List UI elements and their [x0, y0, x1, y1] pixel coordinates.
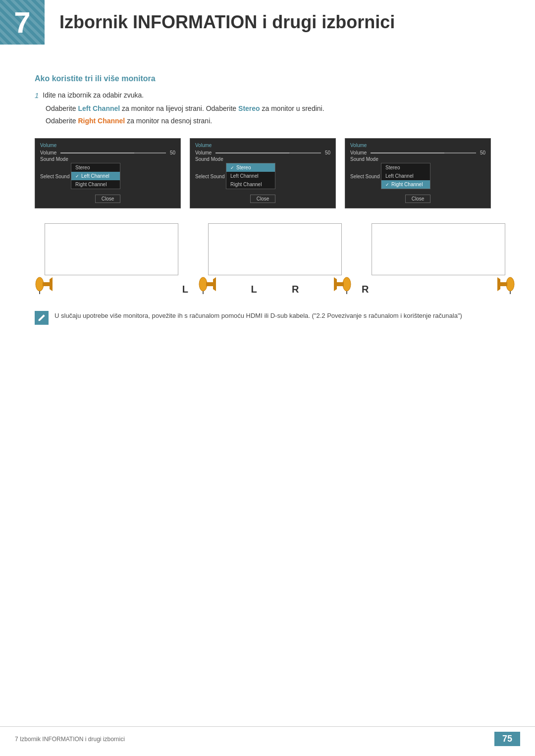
svg-rect-16: [500, 282, 507, 286]
diag-label-R2: R: [292, 284, 299, 295]
ms-close-btn-1[interactable]: Close: [95, 195, 121, 203]
ms-volume-label-3: Volume: [350, 143, 485, 148]
monitor-screenshot-left: Volume Volume 50 Sound Mode Select Sound…: [35, 138, 181, 208]
step-1-line: 1 Idite na izbornik za odabir zvuka.: [35, 91, 500, 100]
highlight-stereo: Stereo: [238, 104, 260, 112]
ms-option-rightchannel-2: Right Channel: [226, 180, 275, 189]
ms-close-btn-2[interactable]: Close: [250, 195, 276, 203]
ms-select-sound-1: Select Sound: [40, 174, 70, 179]
page-header: 7 Izbornik INFORMATION i drugi izbornici: [0, 0, 535, 45]
svg-marker-7: [213, 277, 216, 291]
ms-volume-row-3: Volume 50: [350, 150, 485, 155]
ms-volume-value-2: 50: [325, 150, 330, 155]
footer-chapter-text: 7 Izbornik INFORMATION i drugi izbornici: [15, 736, 125, 743]
speaker-right-3: [497, 274, 515, 296]
highlight-right-channel: Right Channel: [78, 117, 125, 125]
svg-rect-6: [206, 282, 213, 286]
ms-close-btn-3[interactable]: Close: [405, 195, 431, 203]
diagram-3: R: [362, 223, 515, 296]
step-number: 1: [35, 91, 39, 100]
monitor-screenshot-right: Volume Volume 50 Sound Mode Select Sound…: [345, 138, 491, 208]
speaker-left-2: [198, 274, 216, 296]
step-1-detail-1: Odaberite Left Channel za monitor na lij…: [46, 103, 500, 114]
ms-dropdown-2: ✓ Stereo Left Channel Right Channel: [226, 163, 275, 189]
ms-sound-mode-row-1: Sound Mode: [40, 156, 175, 162]
svg-point-10: [343, 277, 351, 291]
step-1-text: Idite na izbornik za odabir zvuka.: [43, 91, 144, 99]
ms-option-leftchannel-3: Left Channel: [381, 172, 430, 180]
diagram-2: L R: [198, 223, 352, 296]
ms-option-stereo-3: Stereo: [381, 163, 430, 172]
ms-volume-text-2: Volume: [195, 150, 212, 155]
ms-select-sound-row-3: Select Sound Stereo Left Channel ✓ Right…: [350, 163, 485, 190]
svg-marker-17: [497, 277, 500, 291]
section-heading: Ako koristite tri ili više monitora: [35, 74, 500, 83]
svg-point-0: [36, 277, 44, 291]
highlight-left-channel: Left Channel: [78, 104, 120, 112]
ms-volume-text-1: Volume: [40, 150, 56, 155]
ms-volume-value-1: 50: [170, 150, 175, 155]
svg-marker-2: [50, 277, 53, 291]
ms-close-area-3: Close: [350, 191, 485, 203]
diag-speakers-3: R: [362, 274, 515, 296]
ms-option-stereo-1: Stereo: [71, 163, 120, 172]
note-text: U slučaju upotrebe više monitora, poveži…: [54, 311, 462, 321]
svg-point-15: [506, 277, 514, 291]
chapter-number: 7: [14, 5, 30, 40]
check-icon-3: ✓: [385, 182, 389, 187]
chapter-number-block: 7: [0, 0, 45, 45]
ms-close-area-2: Close: [195, 191, 330, 203]
diag-screen-2: [208, 223, 342, 275]
diag-label-R3: R: [362, 284, 369, 295]
ms-sound-mode-3: Sound Mode: [350, 156, 378, 162]
chapter-title-area: Izbornik INFORMATION i drugi izbornici: [45, 0, 410, 45]
svg-rect-11: [337, 282, 344, 286]
ms-volume-label-2: Volume: [195, 143, 330, 148]
diag-screen-1: [45, 223, 178, 275]
ms-volume-label-1: Volume: [40, 143, 175, 148]
ms-sound-mode-row-3: Sound Mode: [350, 156, 485, 162]
diag-label-L2: L: [251, 284, 257, 295]
ms-sound-mode-row-2: Sound Mode: [195, 156, 330, 162]
speaker-left-1: [35, 274, 53, 296]
ms-slider-1: [60, 152, 166, 153]
diag-speakers-2: L R: [198, 274, 352, 296]
monitor-screenshot-middle: Volume Volume 50 Sound Mode Select Sound…: [190, 138, 336, 208]
svg-point-5: [199, 277, 207, 291]
diag-label-L1: L: [182, 284, 188, 295]
pencil-icon: [37, 313, 46, 322]
ms-volume-value-3: 50: [480, 150, 485, 155]
check-icon-1: ✓: [75, 174, 79, 179]
speaker-right-2: [334, 274, 352, 296]
monitors-row: Volume Volume 50 Sound Mode Select Sound…: [35, 138, 500, 208]
step-1-detail-2: Odaberite Right Channel za monitor na de…: [46, 116, 500, 126]
ms-slider-2: [215, 152, 321, 153]
main-content: Ako koristite tri ili više monitora 1 Id…: [0, 64, 535, 354]
diag-speakers-1: L: [35, 274, 188, 296]
ms-dropdown-3: Stereo Left Channel ✓ Right Channel: [381, 163, 430, 189]
note-area: U slučaju upotrebe više monitora, poveži…: [35, 311, 500, 325]
svg-rect-1: [43, 282, 50, 286]
footer-page-number: 75: [494, 732, 520, 746]
ms-option-rightchannel-1: Right Channel: [71, 180, 120, 189]
ms-volume-row-2: Volume 50: [195, 150, 330, 155]
note-icon: [35, 311, 49, 325]
svg-marker-12: [334, 277, 337, 291]
ms-option-rightchannel-3: ✓ Right Channel: [381, 180, 430, 189]
ms-sound-mode-2: Sound Mode: [195, 156, 223, 162]
ms-slider-3: [371, 152, 476, 153]
ms-option-stereo-2: ✓ Stereo: [226, 163, 275, 172]
ms-volume-text-3: Volume: [350, 150, 367, 155]
ms-select-sound-row-1: Select Sound Stereo ✓ Left Channel Right…: [40, 163, 175, 190]
chapter-title: Izbornik INFORMATION i drugi izbornici: [59, 12, 395, 33]
ms-option-leftchannel-1: ✓ Left Channel: [71, 172, 120, 180]
check-icon-2: ✓: [230, 165, 234, 170]
ms-sound-mode-1: Sound Mode: [40, 156, 68, 162]
ms-select-sound-row-2: Select Sound ✓ Stereo Left Channel Right…: [195, 163, 330, 190]
ms-select-sound-3: Select Sound: [350, 174, 380, 179]
diagram-1: L: [35, 223, 188, 296]
page-footer: 7 Izbornik INFORMATION i drugi izbornici…: [0, 726, 535, 746]
diagram-area: L L R: [35, 223, 500, 296]
ms-select-sound-2: Select Sound: [195, 174, 225, 179]
ms-dropdown-1: Stereo ✓ Left Channel Right Channel: [71, 163, 120, 189]
